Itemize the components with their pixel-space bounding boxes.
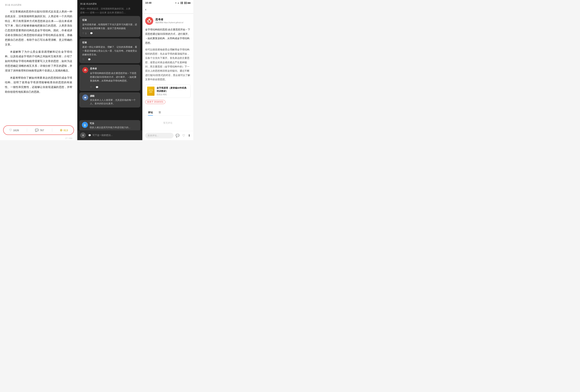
tab-comment[interactable]: 评论 [145,109,156,115]
write-thoughts-area[interactable]: 💬 写下这一刻的想法... [88,134,140,137]
author-avatar: 🤡 [145,17,153,25]
like-icon-bottom[interactable]: ♡ [182,134,185,137]
partial-avatar: 🥤 [82,122,88,128]
comment-bottom-bar: ✕ 💬 写下这一刻的想法... [77,130,142,140]
comment-action[interactable]: 💬 767 [35,128,44,132]
comment-text-3: 金字塔结构组织思想:由主要思想开始→下层思想通过疑问/回答的方式，进行展开。→如… [90,71,138,83]
blurred-bg-text: 类的一种自然反应，没有国籍和民族的区别。人类还有—— 还有—— 达出来 达出来 … [77,7,142,14]
heart-icon-3: ♡ [90,86,92,89]
share-action[interactable]: ✿ 813 [60,128,68,132]
book-content: 对文章阐述的思想作出疑问/回答式反应是人类的一种自然反应，没有国籍和民族的区别。… [5,9,72,94]
publish-date: 发表于 2018/3/31 [145,100,165,104]
bottom-icons: 💬 ♡ ⬆ [176,134,190,137]
article-detail-panel: 10:48 ● ▲ ▐▐ ▐▐ ▮▮▮ ‹ 🤡 思考者 我的博客:https:/… [142,0,193,140]
comment-icon: 💬 [35,128,39,132]
reply-icon-2: 💬 [88,58,91,61]
comment-title-1: 征途 [82,18,138,22]
book-reader-panel: 第1篇 表达的逻辑 对文章阐述的思想作出疑问/回答式反应是人类的一种自然反应，没… [0,0,77,140]
status-icons: ● ▲ ▐▐ ▐▐ ▮▮▮ [175,2,190,4]
article-main-text: 金字塔结构组织思想:由主要思想开始→下层思想通过疑问/回答的方式，进行展开。→如… [145,27,190,45]
book-card[interactable]: 金字塔原理 金字塔原理（麦肯锡40年经典培训教材） 芭芭拉·明托 [145,85,190,98]
share-icon-bottom[interactable]: ⬆ [188,134,190,137]
battery-full-icon: ▮▮▮ [187,2,190,4]
article-sub-text: 你可以很容易地使受众理解用金字塔结构组织的思想：先从金字塔的最顶端开始，沿各个分… [145,48,190,82]
comment-like-2[interactable]: ♡ [82,58,84,61]
heart-icon-1: ♡ [82,32,84,35]
highlights-panel: 第1篇 表达的逻辑 类的一种自然反应，没有国籍和民族的区别。人类还有—— 还有—… [77,0,142,140]
paragraph-3: 本篇将帮助你了解如何将要表达的思想组织成金字塔结构，说明了使用金字塔原理能够检查… [5,76,72,94]
comment-count: 767 [40,129,44,132]
pagination: 17 / 414 [65,137,72,139]
avatar-c3: 🤡 [82,67,88,73]
comment-text-1: 这句话很关键，给我指明了不光只是学习沟通方面，还有在生活处理琐事方面，提供了思考… [82,23,138,30]
comment-card-1: 征途 这句话很关键，给我指明了不光只是学习沟通方面，还有在生活处理琐事方面，提供… [79,16,140,37]
comment-like-1[interactable]: ♡ 1 [82,32,86,35]
no-comment-placeholder: 暂无评论 [145,118,190,128]
like-action[interactable]: ♡ 1626 [9,128,19,132]
signal2-icon: ▐▐ [184,2,186,4]
breadcrumb-p2: 第1篇 表达的逻辑 [77,0,142,7]
time-display: 10:48 [145,1,151,4]
signal-icon: ▐▐ [180,2,183,4]
comment-card-2: 征途 表述一些让大家听进去、理解了、记住的东西很难，看一看是否能够让受众心头一震… [79,38,140,63]
comment-text-2: 表述一些让大家听进去、理解了、记住的东西很难，看一看是否能够让受众心头一震，引起… [82,45,138,56]
tab-like[interactable]: 赞 [156,109,164,115]
share-icon: ✿ [60,128,62,132]
avatar-emoji: 🤡 [147,19,152,23]
comment-like-3[interactable]: ♡ [90,86,92,89]
heart-icon: ♡ [9,128,12,132]
book-cover: 金字塔原理 [147,87,154,96]
comment-title-3: 思考者 [90,67,138,70]
partial-text: 很多人难以提高写作能力和进话能力的... [90,126,138,129]
wifi-icon: ▲ [177,2,179,4]
reply-icon-1: 💬 [90,32,93,35]
like-count-1: 1 [85,32,86,35]
battery-icon: ● [175,2,176,4]
partial-comment: 🥤 可乐 很多人难以提高写作能力和进话能力的... [79,120,140,131]
paragraph-2: 本篇解释了为什么受众最容易理解和记住金字塔结构，以及组成金字塔的子结构之间如何互… [5,50,72,73]
comment-reply-2[interactable]: 💬 [88,58,91,61]
more-comment-text: 其实基本上人人都需要，尤其是职场的每一个人。基本的职业化素养。 [90,98,138,105]
paragraph-1: 对文章阐述的思想作出疑问/回答式反应是人类的一种自然反应，没有国籍和民族的区别。… [5,9,72,47]
more-comment-card: 🏔 龚毅 其实基本上人人都需要，尤其是职场的每一个人。基本的职业化素养。 [79,92,140,107]
article-body: 🤡 思考者 我的博客:https://sykent.github.io/ 金字塔… [142,14,193,131]
thought-icon: 💬 [88,134,91,137]
like-count: 1626 [13,129,19,132]
write-placeholder: 写下这一刻的想法... [92,134,113,137]
author-row: 🤡 思考者 我的博客:https://sykent.github.io/ [145,17,190,25]
article-tabs: 评论 赞 [145,109,190,116]
book-info: 金字塔原理（麦肯锡40年经典培训教材） 芭芭拉·明托 [156,87,189,96]
partial-name: 可乐 [90,122,138,125]
reply-icon-3: 💬 [96,86,98,89]
share-count: 813 [63,129,68,132]
article-header: ‹ [142,6,193,13]
comment-title-2: 征途 [82,41,138,44]
more-comment-avatar: 🏔 [82,95,88,100]
back-button[interactable]: ‹ [145,7,146,11]
more-comment-name: 龚毅 [90,95,138,98]
status-bar: 10:48 ● ▲ ▐▐ ▐▐ ▮▮▮ [142,0,193,6]
close-button[interactable]: ✕ [80,132,86,138]
close-icon: ✕ [82,134,84,137]
author-info: 思考者 我的博客:https://sykent.github.io/ [155,18,183,24]
book-author: 芭芭拉·明托 [156,93,189,96]
breadcrumb-p1: 第1篇 表达的逻辑 [5,3,72,6]
author-blog: 我的博客:https://sykent.github.io/ [155,21,183,24]
comment-card-3: 🤡 思考者 金字塔结构组织思想:由主要思想开始→下层思想通过疑问/回答的方式，进… [79,65,140,91]
book-title: 金字塔原理（麦肯锡40年经典培训教材） [156,87,189,93]
comment-reply-1[interactable]: 💬 [90,32,93,35]
chat-icon[interactable]: 💬 [176,134,179,137]
comment-input-row: 发表评论... 💬 ♡ ⬆ [142,131,193,140]
heart-icon-2: ♡ [82,58,84,61]
comment-input[interactable]: 发表评论... [145,133,173,138]
author-name: 思考者 [155,18,183,21]
comment-reply-3[interactable]: 💬 [96,86,98,89]
